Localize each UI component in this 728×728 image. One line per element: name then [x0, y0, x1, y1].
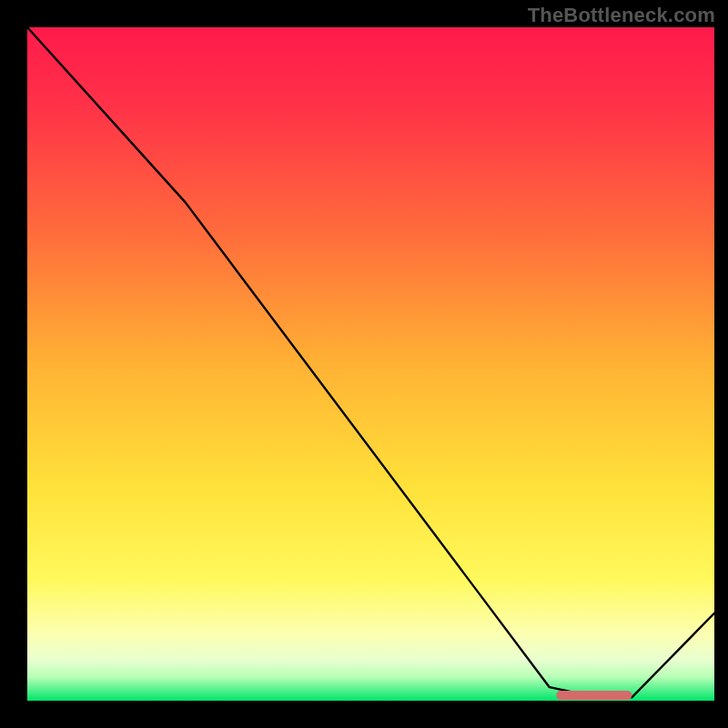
highlight-marker: [556, 691, 632, 700]
gradient-background: [27, 27, 714, 701]
plot-area: [27, 27, 714, 701]
watermark-label: TheBottleneck.com: [528, 4, 715, 27]
chart-svg: [27, 27, 714, 701]
chart-frame: TheBottleneck.com: [0, 0, 728, 728]
